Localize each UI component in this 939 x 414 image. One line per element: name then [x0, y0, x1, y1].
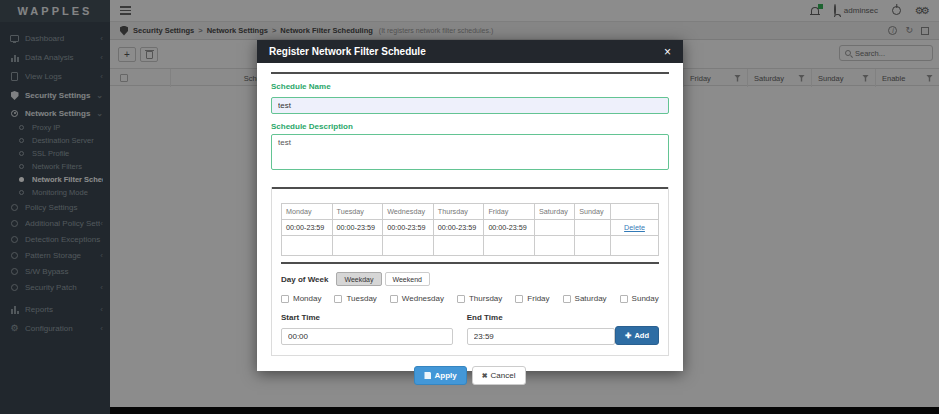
checkbox-icon	[281, 295, 289, 303]
checkbox-saturday[interactable]: Saturday	[563, 294, 607, 303]
register-schedule-modal: Register Network Filter Schedule × Sched…	[257, 40, 683, 371]
checkbox-icon	[334, 295, 342, 303]
apply-button[interactable]: Apply	[414, 366, 466, 385]
checkbox-thursday[interactable]: Thursday	[457, 294, 502, 303]
checkbox-icon	[390, 295, 398, 303]
plus-icon: ✚	[625, 331, 631, 340]
table-header-row: Monday Tuesday Wednesday Thursday Friday…	[282, 204, 659, 220]
checkbox-icon	[515, 295, 523, 303]
schedule-name-input[interactable]	[271, 97, 669, 114]
weekend-button[interactable]: Weekend	[385, 272, 430, 286]
delete-link[interactable]: Delete	[624, 223, 645, 232]
start-time-label: Start Time	[281, 313, 453, 322]
checkbox-wednesday[interactable]: Wednesday	[390, 294, 444, 303]
close-icon[interactable]: ×	[664, 46, 671, 58]
divider	[271, 72, 669, 74]
save-disk-icon	[424, 372, 431, 379]
cancel-button[interactable]: ✖Cancel	[472, 366, 526, 385]
weekday-button[interactable]: Weekday	[336, 272, 381, 286]
end-time-input[interactable]	[467, 328, 615, 345]
schedule-description-label: Schedule Description	[271, 122, 669, 131]
checkbox-monday[interactable]: Monday	[281, 294, 321, 303]
x-icon: ✖	[482, 372, 488, 380]
day-of-week-panel: Day of Week Weekday Weekend Monday Tuesd…	[272, 264, 668, 355]
day-of-week-label: Day of Week	[281, 275, 328, 284]
end-time-label: End Time	[467, 313, 615, 322]
checkbox-icon	[457, 295, 465, 303]
day-checkboxes: Monday Tuesday Wednesday Thursday Friday…	[281, 294, 659, 303]
checkbox-friday[interactable]: Friday	[515, 294, 549, 303]
checkbox-sunday[interactable]: Sunday	[620, 294, 659, 303]
schedule-description-input[interactable]: test	[271, 134, 669, 170]
start-time-input[interactable]	[281, 328, 453, 345]
checkbox-icon	[620, 295, 628, 303]
modal-title: Register Network Filter Schedule	[269, 46, 426, 57]
modal-body: Schedule Name Schedule Description test …	[257, 63, 683, 356]
modal-header: Register Network Filter Schedule ×	[257, 40, 683, 63]
modal-footer: Apply ✖Cancel	[257, 356, 683, 397]
checkbox-tuesday[interactable]: Tuesday	[334, 294, 376, 303]
add-time-button[interactable]: ✚Add	[615, 326, 659, 345]
schedule-name-label: Schedule Name	[271, 82, 669, 91]
screen: WAPPLES Dashboard ‹ Data Analysis ‹ View…	[0, 0, 939, 414]
checkbox-icon	[563, 295, 571, 303]
table-row	[282, 236, 659, 256]
week-schedule-table: Monday Tuesday Wednesday Thursday Friday…	[281, 203, 659, 256]
table-row: 00:00-23:59 00:00-23:59 00:00-23:59 00:0…	[282, 220, 659, 236]
schedule-detail-section: Monday Tuesday Wednesday Thursday Friday…	[271, 187, 669, 356]
